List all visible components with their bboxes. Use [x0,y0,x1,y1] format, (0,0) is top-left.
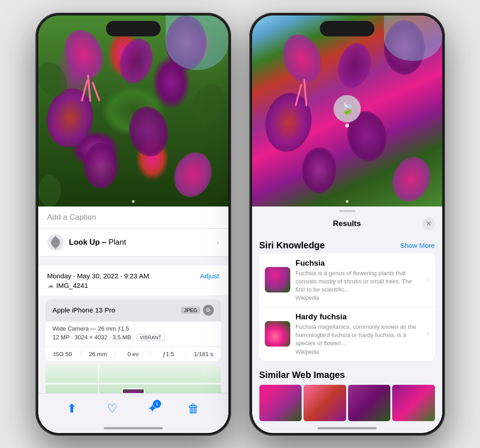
siri-results-panel: Results ✕ Siri Knowledge Show More [252,206,442,433]
resolution-text: 12 MP · 3024 × 4032 · 3.5 MB [53,334,131,341]
info-button[interactable]: ✦ i [147,402,157,416]
results-title: Results [272,219,422,228]
exif-aperture: ƒ1.5 [151,351,186,357]
similar-images-row [259,385,435,421]
left-phone-inner: Add a Caption Look Up – Plant › [38,15,228,433]
fuchsia-source: Wikipedia [296,295,424,301]
exif-shutter-value: 1/181 s [194,351,213,357]
lookup-bold-text: Look Up – [69,238,106,247]
phones-container: Add a Caption Look Up – Plant › [35,13,445,436]
results-header: Results ✕ [252,216,442,235]
similar-image-1[interactable] [259,385,302,421]
hardy-fuchsia-source: Wikipedia [296,349,424,355]
close-button[interactable]: ✕ [422,217,435,230]
leaf-3 [38,175,61,206]
map-road-1 [45,383,221,384]
siri-knowledge-header: Siri Knowledge Show More [252,235,442,253]
hardy-fuchsia-content: Hardy fuchsia Fuchsia magellanica, commo… [296,312,424,355]
hardy-fuchsia-description: Fuchsia magellanica, commonly known as t… [296,323,424,348]
camera-header: Apple iPhone 13 Pro JPEG ⚙ [45,299,221,321]
metadata-section: Monday · May 30, 2022 · 9:23 AM Adjust ☁… [38,266,228,296]
date-row: Monday · May 30, 2022 · 9:23 AM Adjust [47,272,219,280]
fuchsia-description: Fuchsia is a genus of flowering plants t… [296,269,424,294]
right-home-indicator [318,427,377,429]
hardy-fuchsia-thumbnail [265,321,290,347]
right-phone: 🍃 Results ✕ [249,13,445,436]
lookup-row[interactable]: Look Up – Plant › [38,229,228,257]
exif-iso-value: ISO 50 [53,351,71,357]
share-button[interactable]: ⬆ [67,402,77,416]
right-page-indicator [346,200,349,203]
caption-placeholder[interactable]: Add a Caption [47,213,96,221]
exif-iso: ISO 50 [45,351,81,357]
gear-button[interactable]: ⚙ [203,305,214,316]
right-phone-inner: 🍃 Results ✕ [252,15,442,433]
lookup-regular-text: Plant [106,238,126,247]
fuchsia-chevron-icon: › [427,276,429,284]
right-flower-photo[interactable]: 🍃 [252,15,442,206]
show-more-button[interactable]: Show More [400,242,435,249]
visual-search-dot [345,124,349,127]
resolution-info: 12 MP · 3024 × 4032 · 3.5 MB VIBRANT [53,334,214,341]
info-badge: i [153,400,161,408]
right-notch [320,21,374,36]
similar-image-3[interactable] [348,385,391,421]
petal-6 [84,143,118,188]
siri-item-fuchsia[interactable]: Fuchsia Fuchsia is a genus of flowering … [259,253,435,307]
exif-focal: 26 mm [81,351,116,357]
photo-filename: IMG_4241 [56,282,88,289]
hardy-fuchsia-title: Hardy fuchsia [296,312,424,322]
exif-row: ISO 50 26 mm 0 ev ƒ1.5 1/181 s [45,347,221,361]
exif-ev-value: 0 ev [127,351,139,357]
similar-image-2[interactable] [303,385,346,421]
similar-image-4[interactable] [392,385,435,421]
gear-icon: ⚙ [206,307,211,313]
format-badge: JPEG [181,307,200,314]
r-petal-6 [302,147,336,193]
flower-photo[interactable] [38,15,228,206]
fuchsia-thumbnail [265,267,290,292]
fuchsia-title: Fuchsia [296,259,424,268]
photo-date: Monday · May 30, 2022 · 9:23 AM [47,272,149,280]
visual-search-button[interactable]: 🍃 [333,95,361,122]
leaf-visual-icon: 🍃 [340,101,354,116]
exif-ev: 0 ev [116,351,151,357]
adjust-button[interactable]: Adjust [200,272,219,280]
exif-shutter: 1/181 s [186,351,221,357]
fuchsia-thumb-img [265,267,290,292]
similar-web-title: Similar Web Images [259,370,435,380]
hardy-thumb-img [265,321,290,347]
hardy-fuchsia-chevron-icon: › [427,330,429,338]
location-row: ☁ IMG_4241 [47,282,219,289]
lookup-chevron-icon: › [217,238,219,247]
siri-knowledge-title: Siri Knowledge [259,240,325,251]
page-indicator-dot [132,200,135,203]
caption-area[interactable]: Add a Caption [38,206,228,229]
r-sky-hint [384,15,442,61]
camera-details: Wide Camera — 26 mm ƒ1.5 12 MP · 3024 × … [45,321,221,347]
trash-icon: 🗑 [187,402,199,416]
exif-focal-value: 26 mm [89,351,107,357]
camera-badges: JPEG ⚙ [181,305,213,316]
leaf-icon [49,236,61,248]
siri-item-hardy-fuchsia[interactable]: Hardy fuchsia Fuchsia magellanica, commo… [259,307,435,361]
favorite-button[interactable]: ♡ [107,402,117,416]
share-icon: ⬆ [67,402,77,416]
fuchsia-content: Fuchsia Fuchsia is a genus of flowering … [296,259,424,302]
left-phone-screen: Add a Caption Look Up – Plant › [38,15,228,433]
lookup-label: Look Up – Plant [69,238,126,247]
info-badge-label: i [157,401,158,407]
cloud-icon: ☁ [47,282,54,289]
close-icon: ✕ [426,220,431,227]
lens-info: Wide Camera — 26 mm ƒ1.5 [53,325,214,332]
left-phone: Add a Caption Look Up – Plant › [35,13,231,436]
similar-web-section: Similar Web Images [252,364,442,424]
sky-hint [166,15,228,70]
home-indicator [104,427,163,429]
lookup-icon [47,234,64,251]
exif-aperture-value: ƒ1.5 [162,351,174,357]
camera-info-section: Apple iPhone 13 Pro JPEG ⚙ Wide Camera —… [45,299,221,361]
vibrant-badge: VIBRANT [136,334,165,341]
results-handle [339,210,355,212]
delete-button[interactable]: 🗑 [187,402,199,416]
